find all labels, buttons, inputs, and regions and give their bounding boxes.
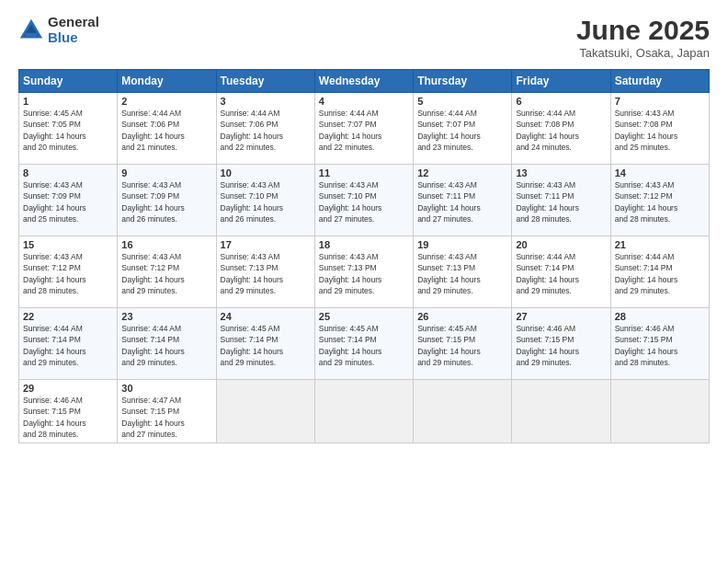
calendar-cell: 3Sunrise: 4:44 AM Sunset: 7:06 PM Daylig… (216, 93, 314, 165)
day-info: Sunrise: 4:43 AM Sunset: 7:11 PM Dayligh… (417, 179, 507, 224)
calendar-cell (314, 380, 413, 443)
calendar-cell: 13Sunrise: 4:43 AM Sunset: 7:11 PM Dayli… (512, 165, 610, 236)
day-info: Sunrise: 4:43 AM Sunset: 7:09 PM Dayligh… (121, 179, 211, 224)
day-number: 19 (417, 239, 507, 250)
calendar-cell (216, 380, 314, 443)
calendar-cell (512, 380, 610, 443)
calendar-cell: 23Sunrise: 4:44 AM Sunset: 7:14 PM Dayli… (118, 308, 216, 380)
day-number: 12 (417, 167, 507, 178)
calendar-cell: 1Sunrise: 4:45 AM Sunset: 7:05 PM Daylig… (19, 93, 118, 165)
calendar-cell: 20Sunrise: 4:44 AM Sunset: 7:14 PM Dayli… (512, 236, 610, 308)
day-info: Sunrise: 4:43 AM Sunset: 7:12 PM Dayligh… (23, 251, 113, 296)
day-number: 2 (121, 96, 211, 107)
day-number: 7 (615, 96, 705, 107)
page: General Blue June 2025 Takatsuki, Osaka,… (0, 0, 728, 563)
day-number: 18 (319, 239, 409, 250)
calendar-cell: 15Sunrise: 4:43 AM Sunset: 7:12 PM Dayli… (19, 236, 118, 308)
day-info: Sunrise: 4:43 AM Sunset: 7:13 PM Dayligh… (319, 251, 409, 296)
logo-text: General Blue (48, 15, 99, 45)
col-sunday: Sunday (19, 70, 118, 93)
day-info: Sunrise: 4:44 AM Sunset: 7:14 PM Dayligh… (615, 251, 705, 296)
logo: General Blue (18, 15, 99, 45)
day-number: 5 (417, 96, 507, 107)
day-info: Sunrise: 4:43 AM Sunset: 7:11 PM Dayligh… (516, 179, 606, 224)
calendar-cell: 10Sunrise: 4:43 AM Sunset: 7:10 PM Dayli… (216, 165, 314, 236)
day-info: Sunrise: 4:46 AM Sunset: 7:15 PM Dayligh… (23, 395, 113, 440)
day-number: 27 (516, 311, 606, 322)
calendar-cell: 18Sunrise: 4:43 AM Sunset: 7:13 PM Dayli… (314, 236, 413, 308)
day-info: Sunrise: 4:43 AM Sunset: 7:09 PM Dayligh… (23, 179, 113, 224)
col-thursday: Thursday (414, 70, 512, 93)
day-number: 23 (121, 311, 211, 322)
calendar-week-row: 15Sunrise: 4:43 AM Sunset: 7:12 PM Dayli… (19, 236, 710, 308)
day-info: Sunrise: 4:45 AM Sunset: 7:05 PM Dayligh… (23, 108, 113, 153)
calendar-cell: 16Sunrise: 4:43 AM Sunset: 7:12 PM Dayli… (118, 236, 216, 308)
svg-rect-2 (25, 32, 37, 37)
day-number: 13 (516, 167, 606, 178)
day-number: 24 (221, 311, 311, 322)
calendar-cell: 17Sunrise: 4:43 AM Sunset: 7:13 PM Dayli… (216, 236, 314, 308)
month-title: June 2025 (576, 15, 710, 46)
day-number: 15 (23, 239, 113, 250)
day-number: 17 (221, 239, 311, 250)
day-info: Sunrise: 4:44 AM Sunset: 7:14 PM Dayligh… (516, 251, 606, 296)
day-number: 30 (121, 383, 211, 394)
col-wednesday: Wednesday (314, 70, 413, 93)
day-info: Sunrise: 4:43 AM Sunset: 7:13 PM Dayligh… (221, 251, 311, 296)
col-friday: Friday (512, 70, 610, 93)
day-number: 25 (319, 311, 409, 322)
weekday-row: Sunday Monday Tuesday Wednesday Thursday… (19, 70, 710, 93)
calendar-cell: 24Sunrise: 4:45 AM Sunset: 7:14 PM Dayli… (216, 308, 314, 380)
calendar-body: 1Sunrise: 4:45 AM Sunset: 7:05 PM Daylig… (19, 93, 710, 443)
calendar-cell: 14Sunrise: 4:43 AM Sunset: 7:12 PM Dayli… (610, 165, 709, 236)
calendar-cell: 6Sunrise: 4:44 AM Sunset: 7:08 PM Daylig… (512, 93, 610, 165)
col-saturday: Saturday (610, 70, 709, 93)
day-number: 10 (221, 167, 311, 178)
day-number: 14 (615, 167, 705, 178)
title-block: June 2025 Takatsuki, Osaka, Japan (576, 15, 710, 60)
calendar-week-row: 8Sunrise: 4:43 AM Sunset: 7:09 PM Daylig… (19, 165, 710, 236)
day-info: Sunrise: 4:46 AM Sunset: 7:15 PM Dayligh… (615, 323, 705, 368)
day-number: 9 (121, 167, 211, 178)
day-info: Sunrise: 4:44 AM Sunset: 7:07 PM Dayligh… (319, 108, 409, 153)
calendar-cell: 7Sunrise: 4:43 AM Sunset: 7:08 PM Daylig… (610, 93, 709, 165)
day-number: 4 (319, 96, 409, 107)
day-info: Sunrise: 4:45 AM Sunset: 7:15 PM Dayligh… (417, 323, 507, 368)
calendar-cell: 21Sunrise: 4:44 AM Sunset: 7:14 PM Dayli… (610, 236, 709, 308)
day-number: 21 (615, 239, 705, 250)
day-number: 26 (417, 311, 507, 322)
day-number: 3 (221, 96, 311, 107)
calendar-cell: 4Sunrise: 4:44 AM Sunset: 7:07 PM Daylig… (314, 93, 413, 165)
day-number: 16 (121, 239, 211, 250)
day-info: Sunrise: 4:44 AM Sunset: 7:14 PM Dayligh… (121, 323, 211, 368)
day-number: 1 (23, 96, 113, 107)
calendar-cell: 27Sunrise: 4:46 AM Sunset: 7:15 PM Dayli… (512, 308, 610, 380)
calendar-cell (414, 380, 512, 443)
calendar-cell: 22Sunrise: 4:44 AM Sunset: 7:14 PM Dayli… (19, 308, 118, 380)
day-number: 20 (516, 239, 606, 250)
calendar: Sunday Monday Tuesday Wednesday Thursday… (18, 69, 710, 443)
day-info: Sunrise: 4:45 AM Sunset: 7:14 PM Dayligh… (221, 323, 311, 368)
calendar-cell: 9Sunrise: 4:43 AM Sunset: 7:09 PM Daylig… (118, 165, 216, 236)
calendar-cell: 8Sunrise: 4:43 AM Sunset: 7:09 PM Daylig… (19, 165, 118, 236)
day-info: Sunrise: 4:43 AM Sunset: 7:10 PM Dayligh… (319, 179, 409, 224)
col-tuesday: Tuesday (216, 70, 314, 93)
day-info: Sunrise: 4:43 AM Sunset: 7:10 PM Dayligh… (221, 179, 311, 224)
logo-icon (18, 17, 44, 43)
day-number: 28 (615, 311, 705, 322)
day-info: Sunrise: 4:43 AM Sunset: 7:12 PM Dayligh… (121, 251, 211, 296)
calendar-cell: 25Sunrise: 4:45 AM Sunset: 7:14 PM Dayli… (314, 308, 413, 380)
calendar-week-row: 29Sunrise: 4:46 AM Sunset: 7:15 PM Dayli… (19, 380, 710, 443)
day-info: Sunrise: 4:46 AM Sunset: 7:15 PM Dayligh… (516, 323, 606, 368)
logo-general-text: General (48, 15, 99, 30)
day-number: 29 (23, 383, 113, 394)
calendar-header: Sunday Monday Tuesday Wednesday Thursday… (19, 70, 710, 93)
day-info: Sunrise: 4:44 AM Sunset: 7:06 PM Dayligh… (221, 108, 311, 153)
calendar-cell: 12Sunrise: 4:43 AM Sunset: 7:11 PM Dayli… (414, 165, 512, 236)
day-info: Sunrise: 4:43 AM Sunset: 7:12 PM Dayligh… (615, 179, 705, 224)
calendar-cell: 2Sunrise: 4:44 AM Sunset: 7:06 PM Daylig… (118, 93, 216, 165)
location: Takatsuki, Osaka, Japan (576, 46, 710, 60)
calendar-cell: 19Sunrise: 4:43 AM Sunset: 7:13 PM Dayli… (414, 236, 512, 308)
calendar-cell: 29Sunrise: 4:46 AM Sunset: 7:15 PM Dayli… (19, 380, 118, 443)
calendar-cell: 5Sunrise: 4:44 AM Sunset: 7:07 PM Daylig… (414, 93, 512, 165)
